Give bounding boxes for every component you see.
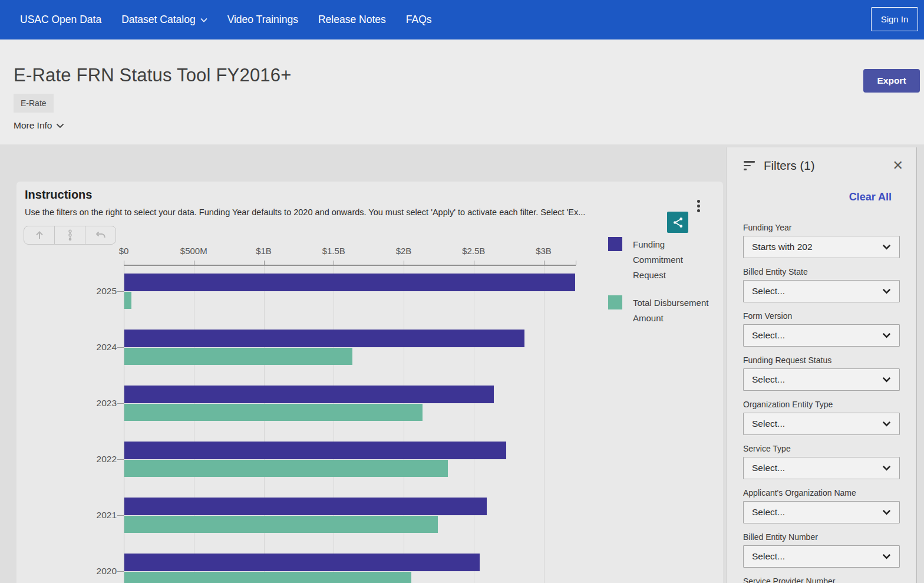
nav-item-label: Dataset Catalog: [121, 14, 196, 26]
filter-label: Funding Request Status: [743, 355, 900, 365]
gridline: [474, 266, 474, 583]
export-button[interactable]: Export: [863, 69, 920, 93]
kebab-menu-icon: [697, 200, 700, 203]
sign-in-button[interactable]: Sign In: [871, 7, 918, 31]
chevron-down-icon: [56, 123, 64, 129]
filter-select-form-version[interactable]: Select...: [743, 324, 900, 347]
page-title: E-Rate FRN Status Tool FY2016+: [14, 65, 292, 86]
filter-group-service-type: Service TypeSelect...: [743, 444, 900, 479]
nav-item-dataset-catalog[interactable]: Dataset Catalog: [121, 14, 207, 26]
filter-select-organization-entity-type[interactable]: Select...: [743, 413, 900, 435]
filter-label: Applicant's Organization Name: [743, 488, 900, 498]
chevron-down-icon: [882, 244, 891, 250]
share-button[interactable]: [667, 212, 688, 233]
filter-group-funding-request-status: Funding Request StatusSelect...: [743, 355, 900, 391]
close-icon[interactable]: ✕: [893, 159, 903, 172]
filter-select-value: Select...: [752, 507, 785, 518]
share-icon: [672, 216, 684, 229]
y-axis-label: 2024: [78, 342, 117, 353]
filter-select-applicant-s-organization-name[interactable]: Select...: [743, 501, 900, 523]
filter-icon: [744, 161, 755, 170]
nav-item-label: Video Trainings: [227, 14, 298, 26]
y-tick-mark: [117, 515, 124, 516]
nav-item-video-trainings[interactable]: Video Trainings: [227, 14, 298, 26]
filter-label: Form Version: [743, 311, 900, 321]
legend-label: FundingCommitmentRequest: [633, 237, 712, 283]
filter-select-funding-year[interactable]: Starts with 202: [743, 236, 900, 258]
clear-all-button[interactable]: Clear All: [727, 191, 916, 203]
filter-select-billed-entity-state[interactable]: Select...: [743, 280, 900, 302]
x-tick-label: $0: [99, 246, 148, 256]
y-tick-mark: [117, 571, 124, 572]
filter-label: Billed Entity State: [743, 267, 900, 276]
filter-label: Service Type: [743, 444, 900, 453]
filter-select-service-type[interactable]: Select...: [743, 457, 900, 479]
filter-groups: Funding YearStarts with 202Billed Entity…: [727, 223, 916, 583]
filter-select-billed-entity-number[interactable]: Select...: [743, 545, 900, 568]
gridline: [264, 266, 265, 583]
bar-funding-commitment-request-2021[interactable]: [124, 498, 487, 515]
chevron-down-icon: [882, 332, 891, 338]
chevron-down-icon: [882, 509, 891, 515]
bar-total-disbursement-amount-2023[interactable]: [124, 404, 423, 421]
bar-total-disbursement-amount-2024[interactable]: [124, 348, 352, 365]
chevron-down-icon: [882, 377, 891, 383]
nav-links: USAC Open DataDataset CatalogVideo Train…: [0, 14, 432, 26]
filter-select-value: Select...: [752, 374, 785, 385]
bar-funding-commitment-request-2023[interactable]: [124, 386, 494, 403]
bar-funding-commitment-request-2025[interactable]: [124, 274, 575, 291]
chevron-down-icon: [882, 554, 891, 559]
top-navbar: USAC Open DataDataset CatalogVideo Train…: [0, 0, 924, 39]
category-tag[interactable]: E-Rate: [14, 94, 54, 113]
y-axis-label: 2023: [78, 398, 117, 409]
more-info-toggle[interactable]: More Info: [14, 120, 64, 131]
filter-group-funding-year: Funding YearStarts with 202: [743, 223, 900, 258]
nav-item-label: USAC Open Data: [20, 14, 101, 26]
y-axis-label: 2020: [78, 566, 117, 577]
bar-total-disbursement-amount-2020[interactable]: [124, 572, 411, 583]
bar-funding-commitment-request-2020[interactable]: [124, 554, 480, 571]
chart-toolbar: [24, 226, 116, 245]
more-options-menu[interactable]: [695, 197, 702, 215]
filter-select-funding-request-status[interactable]: Select...: [743, 368, 900, 391]
filter-select-value: Select...: [752, 419, 785, 429]
x-tick-label: $1.5B: [309, 246, 358, 256]
y-tick-mark: [117, 347, 124, 348]
bar-total-disbursement-amount-2022[interactable]: [124, 460, 448, 477]
filter-group-form-version: Form VersionSelect...: [743, 311, 900, 347]
arrow-up-button[interactable]: [24, 226, 55, 244]
undo-icon: [94, 230, 107, 241]
x-tick-label: $1B: [239, 246, 289, 256]
gridline: [334, 266, 334, 583]
nav-item-release-notes[interactable]: Release Notes: [318, 14, 386, 26]
filter-select-value: Select...: [752, 463, 785, 473]
legend-item-funding-commitment-request: FundingCommitmentRequest: [608, 237, 718, 283]
nav-item-label: Release Notes: [318, 14, 386, 26]
filter-group-organization-entity-type: Organization Entity TypeSelect...: [743, 400, 900, 435]
legend-item-total-disbursement-amount: Total DisbursementAmount: [608, 295, 718, 326]
chart-legend: FundingCommitmentRequestTotal Disburseme…: [608, 237, 718, 338]
legend-label: Total DisbursementAmount: [633, 295, 712, 326]
nav-item-faqs[interactable]: FAQs: [406, 14, 432, 26]
filter-select-value: Select...: [752, 551, 785, 562]
undo-button[interactable]: [85, 226, 116, 244]
more-info-label: More Info: [14, 120, 52, 131]
y-tick-mark: [117, 291, 124, 292]
filter-select-value: Select...: [752, 286, 785, 297]
bar-funding-commitment-request-2022[interactable]: [124, 442, 506, 459]
nav-brand[interactable]: USAC Open Data: [20, 14, 101, 26]
bar-total-disbursement-amount-2021[interactable]: [124, 516, 438, 533]
filters-panel: Filters (1) ✕ Clear All Funding YearStar…: [726, 147, 917, 583]
filter-label: Funding Year: [743, 223, 900, 232]
y-axis-label: 2021: [78, 510, 117, 521]
filters-title: Filters (1): [764, 159, 815, 173]
drill-hierarchy-button[interactable]: [55, 226, 85, 244]
x-tick-label: $3B: [519, 246, 569, 256]
instructions-text: Use the filters on the right to select y…: [25, 207, 626, 217]
bar-funding-commitment-request-2024[interactable]: [124, 330, 524, 347]
legend-swatch: [608, 237, 622, 251]
filter-label: Billed Entity Number: [743, 532, 900, 542]
bar-total-disbursement-amount-2025[interactable]: [124, 292, 131, 309]
filter-group-billed-entity-number: Billed Entity NumberSelect...: [743, 532, 900, 568]
filter-select-value: Starts with 202: [752, 242, 813, 252]
